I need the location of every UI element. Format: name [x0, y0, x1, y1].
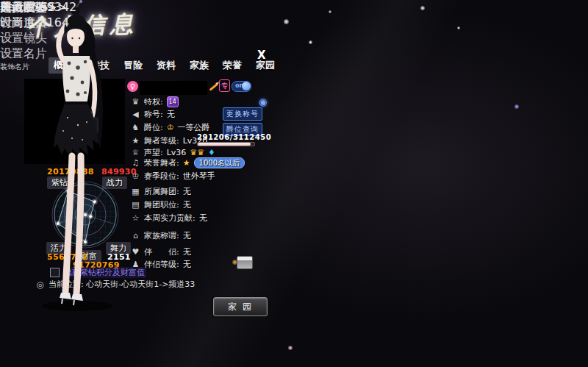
character-model [0, 0, 162, 316]
tab-honor[interactable]: 荣誉 [221, 57, 243, 74]
noble-value: 69342 [39, 0, 76, 14]
dancer-exp-bar [197, 142, 255, 146]
peerage-emblem-icon: ♔ [167, 123, 174, 132]
reputation-crowns-icon: ♛♛ [190, 148, 204, 157]
visibility-toggle[interactable]: on [232, 81, 251, 92]
close-button[interactable]: X [257, 49, 266, 62]
collection-atlas-card[interactable] [532, 4, 571, 46]
honor-rank-badge: 1000名以后 [194, 157, 245, 168]
dancer-exp-fill [198, 143, 251, 146]
partner-value: 无 [183, 246, 191, 257]
honor-star-icon: ★ [183, 158, 190, 168]
sparkle [309, 40, 312, 44]
exclusive-badge: 专 [219, 79, 230, 92]
sparkle [329, 10, 331, 13]
privilege-gem-badge: 14 [167, 96, 179, 107]
sparkle [420, 6, 425, 10]
week-contribution-value: 无 [199, 213, 207, 224]
dancer-exp-text: 291206/3112450 [197, 133, 271, 141]
tab-family[interactable]: 家族 [188, 57, 210, 74]
sparkle [288, 346, 293, 350]
sparkle [284, 19, 289, 24]
season-value: 世外琴手 [183, 171, 215, 182]
fashion-value: 8164 [39, 15, 69, 29]
crew-value: 无 [183, 186, 191, 197]
peerage-value: 一等公爵 [178, 122, 210, 133]
family-title-value: 无 [183, 230, 191, 241]
title-value: 无 [167, 109, 175, 120]
noble-label: 尊贵度: [0, 0, 39, 14]
change-title-button[interactable]: 更换称号 [223, 107, 262, 121]
sparkle [514, 104, 519, 109]
home-button[interactable]: 家 园 [213, 297, 268, 316]
gift-box-item[interactable] [237, 256, 253, 269]
eye-icon[interactable]: ◉ [259, 96, 267, 107]
fame-stats-box: 尊贵度:69342 时尚度:8164 [0, 0, 76, 31]
crew-position-value: 无 [183, 199, 191, 210]
reputation-gem-icon: ♦ [208, 148, 215, 157]
sparkle [457, 26, 460, 29]
toggle-knob [242, 82, 251, 90]
partner-level-value: 无 [183, 259, 191, 270]
personal-info-screen: { "header": { "title": "个人信息", "close_la… [0, 0, 588, 367]
reputation-value: Lv36 [167, 148, 187, 157]
fashion-label: 时尚度: [0, 15, 39, 29]
